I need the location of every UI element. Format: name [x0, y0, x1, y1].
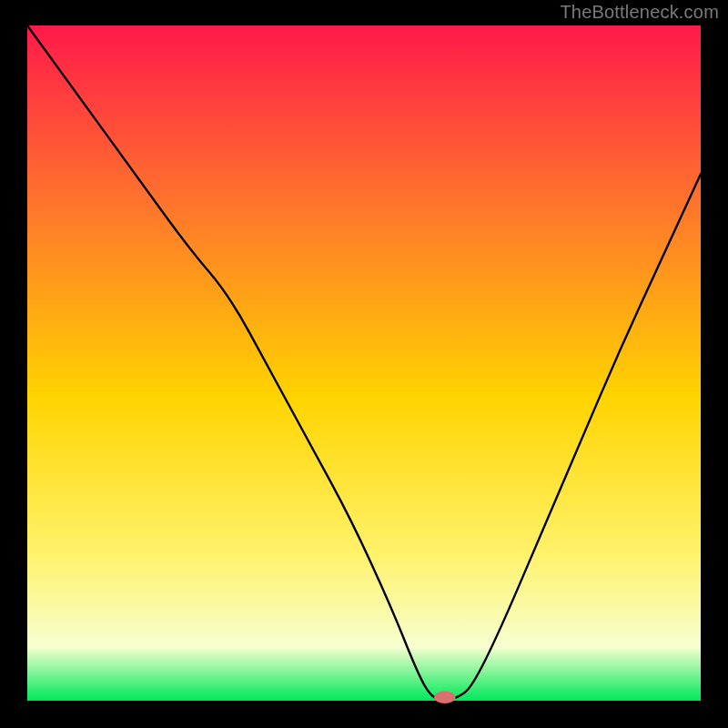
chart-frame: TheBottleneck.com: [0, 0, 728, 728]
optimal-marker: [434, 692, 456, 703]
watermark-text: TheBottleneck.com: [560, 2, 719, 23]
gradient-background: [27, 25, 701, 701]
bottleneck-chart: [0, 0, 728, 728]
